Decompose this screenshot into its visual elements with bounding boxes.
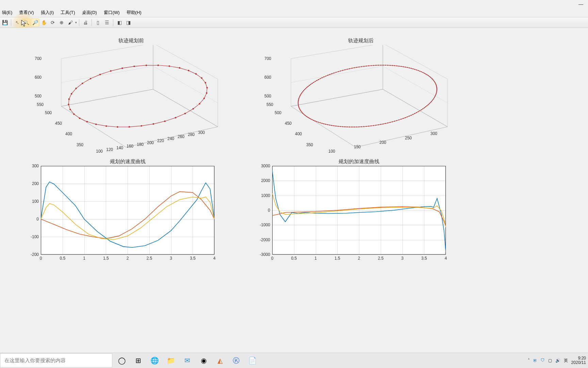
show-plot-tools-icon[interactable]: ◧ [115, 18, 124, 27]
zoom-out-icon[interactable]: 🔎 [31, 18, 39, 27]
tray-battery-icon[interactable]: ▢ [548, 358, 552, 363]
y-tick: -100 [31, 234, 41, 239]
menu-desktop[interactable]: 桌面(D) [81, 9, 98, 16]
x-tick: 100 [96, 149, 103, 154]
svg-point-131 [298, 99, 299, 100]
svg-point-147 [313, 82, 314, 83]
x-tick: 3.5 [190, 255, 196, 261]
svg-point-106 [316, 121, 317, 122]
windows-taskbar: 在这里输入你要搜索的内容 ◯ ⊞ 🌐 📁 ✉ ◉ ◭ Ⓚ 📄 ˄ ⛨ ⛉ ▢ 🔊… [0, 353, 588, 368]
minimize-button[interactable]: — [576, 1, 586, 7]
matlab-icon[interactable]: ◭ [214, 355, 225, 366]
svg-point-114 [305, 116, 306, 117]
kugou-icon[interactable]: Ⓚ [231, 355, 242, 366]
axes-trajectory-after[interactable]: 轨迹规划后 700 600 500 550 500 450 400 350 10… [271, 45, 451, 147]
y-tick: 500 [45, 110, 52, 115]
menu-insert[interactable]: 插入(I) [39, 9, 55, 16]
axes-acceleration[interactable]: 规划的加速度曲线 -3000-2000-1000010002000300000.… [272, 166, 446, 255]
svg-point-88 [354, 126, 355, 127]
tray-clock[interactable]: 9:20 2020/11 [571, 356, 586, 365]
svg-point-120 [300, 110, 301, 111]
svg-point-64 [409, 116, 410, 117]
menubar: 辑(E) 查看(V) 插入(I) 工具(T) 桌面(D) 窗口(W) 帮助(H) [0, 9, 143, 16]
svg-point-26 [121, 67, 123, 69]
brush-icon[interactable]: 🖌 [66, 18, 75, 27]
svg-point-191 [409, 67, 410, 68]
svg-point-0 [206, 87, 208, 88]
insert-legend-icon[interactable]: ☰ [103, 18, 111, 27]
y-tick: 100 [32, 199, 41, 204]
svg-point-121 [299, 109, 300, 110]
svg-point-98 [331, 125, 332, 126]
svg-point-145 [310, 84, 311, 85]
tray-volume-icon[interactable]: 🔊 [555, 358, 560, 363]
svg-point-94 [340, 126, 341, 127]
svg-point-21 [75, 88, 77, 89]
svg-point-5 [184, 113, 186, 114]
y-tick: -200 [31, 252, 41, 257]
svg-point-127 [298, 103, 299, 104]
svg-point-136 [301, 93, 302, 94]
svg-point-153 [323, 76, 324, 77]
svg-point-23 [90, 78, 91, 79]
separator [11, 19, 11, 26]
task-view-icon[interactable]: ⊞ [133, 355, 144, 366]
menu-edit[interactable]: 辑(E) [1, 9, 14, 16]
rotate3d-icon[interactable]: ⟳ [49, 18, 57, 27]
pan-icon[interactable]: ✋ [40, 18, 48, 27]
hide-plot-tools-icon[interactable]: ◨ [124, 18, 132, 27]
svg-point-140 [304, 89, 305, 90]
svg-point-165 [349, 68, 350, 69]
edge-icon[interactable]: 🌐 [149, 355, 160, 366]
menu-window[interactable]: 窗口(W) [102, 9, 121, 16]
menu-help[interactable]: 帮助(H) [125, 9, 143, 16]
dropdown-icon[interactable]: ▾ [75, 21, 77, 24]
zoom-in-icon[interactable]: 🔍 [22, 18, 30, 27]
tray-shield-icon[interactable]: ⛉ [541, 358, 545, 363]
menu-tools[interactable]: 工具(T) [59, 9, 77, 16]
svg-point-188 [403, 66, 404, 67]
mail-icon[interactable]: ✉ [182, 355, 193, 366]
y-tick: 450 [285, 121, 292, 126]
y-tick: 400 [65, 132, 72, 136]
data-cursor-icon[interactable]: ⊕ [58, 18, 66, 27]
svg-point-61 [414, 113, 415, 114]
insert-colorbar-icon[interactable]: ▯ [94, 18, 102, 27]
search-input[interactable]: 在这里输入你要搜索的内容 [0, 353, 112, 368]
svg-point-39 [436, 90, 437, 91]
x-tick: 140 [116, 145, 123, 150]
axes-velocity[interactable]: 规划的速度曲线 -200-100010020030000.511.522.533… [41, 166, 214, 255]
axes-title: 规划的速度曲线 [41, 158, 214, 165]
svg-point-168 [356, 67, 357, 68]
cortana-icon[interactable]: ◯ [116, 355, 127, 366]
tray-security-icon[interactable]: ⛨ [533, 358, 537, 363]
pointer-icon[interactable]: ↖ [13, 18, 21, 27]
svg-point-128 [298, 102, 299, 103]
chrome-icon[interactable]: ◉ [198, 355, 209, 366]
axes-trajectory-before[interactable]: 轨迹规划前 700 600 500 550 500 450 400 350 [41, 45, 221, 147]
svg-point-203 [428, 75, 429, 76]
figure-area: 轨迹规划前 700 600 500 550 500 450 400 350 [0, 28, 472, 280]
svg-point-113 [306, 116, 307, 117]
tray-ime[interactable]: 英 [564, 358, 568, 364]
file-explorer-icon[interactable]: 📁 [165, 355, 176, 366]
word-icon[interactable]: 📄 [247, 355, 258, 366]
y-tick: -1000 [260, 223, 272, 227]
svg-point-105 [318, 122, 319, 123]
x-tick: 200 [379, 140, 386, 145]
print-icon[interactable]: 🖨 [81, 18, 89, 27]
svg-point-12 [105, 125, 107, 127]
menu-view[interactable]: 查看(V) [18, 9, 35, 16]
x-tick: 3 [401, 255, 404, 261]
x-tick: 2.5 [378, 255, 383, 261]
svg-point-137 [301, 92, 303, 93]
separator [92, 19, 92, 26]
svg-point-148 [315, 81, 316, 82]
svg-point-93 [342, 126, 343, 127]
save-icon[interactable]: 💾 [1, 18, 9, 27]
z-tick: 500 [35, 94, 42, 98]
svg-point-163 [344, 69, 345, 70]
svg-point-111 [309, 118, 310, 119]
svg-point-199 [422, 72, 423, 73]
tray-chevron-icon[interactable]: ˄ [528, 358, 530, 363]
